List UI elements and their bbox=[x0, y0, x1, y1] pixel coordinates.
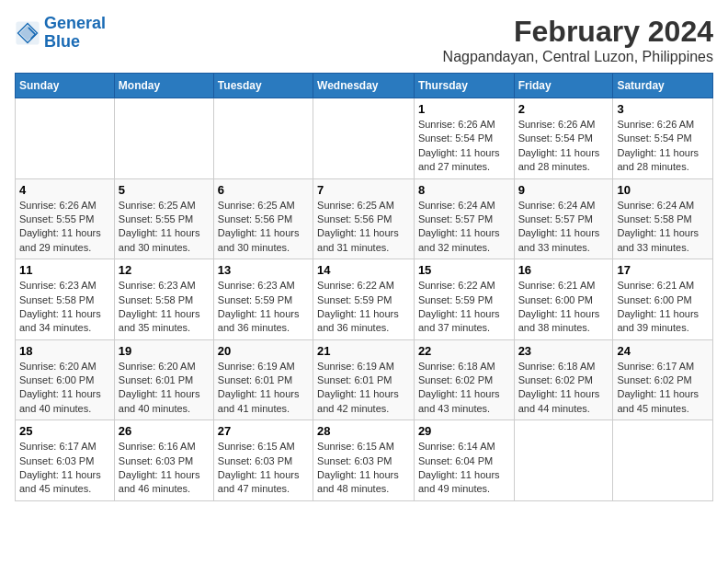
day-number: 12 bbox=[119, 263, 210, 277]
calendar-cell: 21Sunrise: 6:19 AMSunset: 6:01 PMDayligh… bbox=[313, 339, 415, 420]
calendar-cell: 17Sunrise: 6:21 AMSunset: 6:00 PMDayligh… bbox=[613, 259, 713, 340]
day-number: 9 bbox=[518, 183, 609, 197]
day-info: Sunrise: 6:19 AMSunset: 6:01 PMDaylight:… bbox=[317, 360, 410, 417]
day-info: Sunrise: 6:23 AMSunset: 5:58 PMDaylight:… bbox=[19, 279, 110, 336]
calendar-header-row: SundayMondayTuesdayWednesdayThursdayFrid… bbox=[16, 74, 713, 98]
column-header-sunday: Sunday bbox=[16, 74, 115, 98]
page-subtitle: Nagpandayan, Central Luzon, Philippines bbox=[443, 49, 713, 65]
day-info: Sunrise: 6:14 AMSunset: 6:04 PMDaylight:… bbox=[418, 440, 510, 497]
day-info: Sunrise: 6:21 AMSunset: 6:00 PMDaylight:… bbox=[617, 279, 709, 336]
day-number: 3 bbox=[617, 102, 709, 116]
day-number: 15 bbox=[418, 263, 510, 277]
day-number: 28 bbox=[317, 424, 410, 438]
day-number: 4 bbox=[19, 183, 110, 197]
page-title: February 2024 bbox=[443, 15, 713, 49]
title-block: February 2024 Nagpandayan, Central Luzon… bbox=[443, 15, 713, 65]
day-info: Sunrise: 6:19 AMSunset: 6:01 PMDaylight:… bbox=[218, 360, 309, 417]
day-number: 2 bbox=[518, 102, 609, 116]
day-info: Sunrise: 6:15 AMSunset: 6:03 PMDaylight:… bbox=[317, 440, 410, 497]
day-number: 6 bbox=[218, 183, 309, 197]
logo: General Blue bbox=[15, 15, 106, 52]
column-header-saturday: Saturday bbox=[613, 74, 713, 98]
calendar-cell: 3Sunrise: 6:26 AMSunset: 5:54 PMDaylight… bbox=[613, 98, 713, 179]
day-number: 17 bbox=[617, 263, 709, 277]
calendar-cell: 16Sunrise: 6:21 AMSunset: 6:00 PMDayligh… bbox=[514, 259, 613, 340]
day-info: Sunrise: 6:26 AMSunset: 5:55 PMDaylight:… bbox=[19, 199, 110, 256]
calendar-week-row: 11Sunrise: 6:23 AMSunset: 5:58 PMDayligh… bbox=[16, 259, 713, 340]
day-info: Sunrise: 6:25 AMSunset: 5:56 PMDaylight:… bbox=[317, 199, 410, 256]
calendar-table: SundayMondayTuesdayWednesdayThursdayFrid… bbox=[15, 73, 713, 501]
calendar-cell: 18Sunrise: 6:20 AMSunset: 6:00 PMDayligh… bbox=[16, 339, 115, 420]
day-number: 8 bbox=[418, 183, 510, 197]
calendar-cell: 8Sunrise: 6:24 AMSunset: 5:57 PMDaylight… bbox=[414, 178, 514, 259]
calendar-cell: 24Sunrise: 6:17 AMSunset: 6:02 PMDayligh… bbox=[613, 339, 713, 420]
day-number: 29 bbox=[418, 424, 510, 438]
day-number: 21 bbox=[317, 344, 410, 358]
day-info: Sunrise: 6:24 AMSunset: 5:57 PMDaylight:… bbox=[518, 199, 609, 256]
logo-icon bbox=[15, 20, 40, 46]
day-info: Sunrise: 6:25 AMSunset: 5:55 PMDaylight:… bbox=[119, 199, 210, 256]
calendar-cell: 6Sunrise: 6:25 AMSunset: 5:56 PMDaylight… bbox=[213, 178, 313, 259]
day-number: 23 bbox=[518, 344, 609, 358]
day-info: Sunrise: 6:24 AMSunset: 5:57 PMDaylight:… bbox=[418, 199, 510, 256]
calendar-week-row: 4Sunrise: 6:26 AMSunset: 5:55 PMDaylight… bbox=[16, 178, 713, 259]
calendar-cell: 2Sunrise: 6:26 AMSunset: 5:54 PMDaylight… bbox=[514, 98, 613, 179]
calendar-cell bbox=[114, 98, 213, 179]
calendar-cell bbox=[514, 420, 613, 501]
day-number: 20 bbox=[218, 344, 309, 358]
calendar-cell bbox=[213, 98, 313, 179]
day-info: Sunrise: 6:23 AMSunset: 5:59 PMDaylight:… bbox=[218, 279, 309, 336]
day-info: Sunrise: 6:17 AMSunset: 6:03 PMDaylight:… bbox=[19, 440, 110, 497]
calendar-week-row: 25Sunrise: 6:17 AMSunset: 6:03 PMDayligh… bbox=[16, 420, 713, 501]
column-header-monday: Monday bbox=[114, 74, 213, 98]
day-info: Sunrise: 6:18 AMSunset: 6:02 PMDaylight:… bbox=[418, 360, 510, 417]
day-info: Sunrise: 6:26 AMSunset: 5:54 PMDaylight:… bbox=[617, 118, 709, 175]
day-number: 7 bbox=[317, 183, 410, 197]
day-number: 5 bbox=[119, 183, 210, 197]
day-number: 14 bbox=[317, 263, 410, 277]
calendar-cell bbox=[313, 98, 415, 179]
calendar-cell: 20Sunrise: 6:19 AMSunset: 6:01 PMDayligh… bbox=[213, 339, 313, 420]
column-header-thursday: Thursday bbox=[414, 74, 514, 98]
logo-text: General Blue bbox=[44, 15, 106, 52]
column-header-friday: Friday bbox=[514, 74, 613, 98]
day-info: Sunrise: 6:15 AMSunset: 6:03 PMDaylight:… bbox=[218, 440, 309, 497]
calendar-week-row: 18Sunrise: 6:20 AMSunset: 6:00 PMDayligh… bbox=[16, 339, 713, 420]
day-number: 22 bbox=[418, 344, 510, 358]
calendar-cell: 19Sunrise: 6:20 AMSunset: 6:01 PMDayligh… bbox=[114, 339, 213, 420]
day-info: Sunrise: 6:20 AMSunset: 6:00 PMDaylight:… bbox=[19, 360, 110, 417]
calendar-cell: 11Sunrise: 6:23 AMSunset: 5:58 PMDayligh… bbox=[16, 259, 115, 340]
day-info: Sunrise: 6:18 AMSunset: 6:02 PMDaylight:… bbox=[518, 360, 609, 417]
calendar-cell: 1Sunrise: 6:26 AMSunset: 5:54 PMDaylight… bbox=[414, 98, 514, 179]
day-number: 24 bbox=[617, 344, 709, 358]
day-info: Sunrise: 6:21 AMSunset: 6:00 PMDaylight:… bbox=[518, 279, 609, 336]
day-info: Sunrise: 6:24 AMSunset: 5:58 PMDaylight:… bbox=[617, 199, 709, 256]
page-header: General Blue February 2024 Nagpandayan, … bbox=[15, 15, 713, 65]
day-number: 13 bbox=[218, 263, 309, 277]
calendar-cell: 25Sunrise: 6:17 AMSunset: 6:03 PMDayligh… bbox=[16, 420, 115, 501]
day-number: 27 bbox=[218, 424, 309, 438]
calendar-cell: 7Sunrise: 6:25 AMSunset: 5:56 PMDaylight… bbox=[313, 178, 415, 259]
day-number: 16 bbox=[518, 263, 609, 277]
day-number: 19 bbox=[119, 344, 210, 358]
day-info: Sunrise: 6:26 AMSunset: 5:54 PMDaylight:… bbox=[518, 118, 609, 175]
day-number: 25 bbox=[19, 424, 110, 438]
calendar-cell: 26Sunrise: 6:16 AMSunset: 6:03 PMDayligh… bbox=[114, 420, 213, 501]
day-number: 11 bbox=[19, 263, 110, 277]
day-info: Sunrise: 6:16 AMSunset: 6:03 PMDaylight:… bbox=[119, 440, 210, 497]
day-info: Sunrise: 6:23 AMSunset: 5:58 PMDaylight:… bbox=[119, 279, 210, 336]
day-info: Sunrise: 6:26 AMSunset: 5:54 PMDaylight:… bbox=[418, 118, 510, 175]
calendar-cell bbox=[613, 420, 713, 501]
day-number: 10 bbox=[617, 183, 709, 197]
column-header-tuesday: Tuesday bbox=[213, 74, 313, 98]
day-info: Sunrise: 6:25 AMSunset: 5:56 PMDaylight:… bbox=[218, 199, 309, 256]
calendar-cell: 27Sunrise: 6:15 AMSunset: 6:03 PMDayligh… bbox=[213, 420, 313, 501]
day-number: 26 bbox=[119, 424, 210, 438]
calendar-cell: 15Sunrise: 6:22 AMSunset: 5:59 PMDayligh… bbox=[414, 259, 514, 340]
calendar-cell: 12Sunrise: 6:23 AMSunset: 5:58 PMDayligh… bbox=[114, 259, 213, 340]
calendar-cell: 28Sunrise: 6:15 AMSunset: 6:03 PMDayligh… bbox=[313, 420, 415, 501]
day-info: Sunrise: 6:20 AMSunset: 6:01 PMDaylight:… bbox=[119, 360, 210, 417]
column-header-wednesday: Wednesday bbox=[313, 74, 415, 98]
calendar-cell: 9Sunrise: 6:24 AMSunset: 5:57 PMDaylight… bbox=[514, 178, 613, 259]
calendar-cell: 29Sunrise: 6:14 AMSunset: 6:04 PMDayligh… bbox=[414, 420, 514, 501]
